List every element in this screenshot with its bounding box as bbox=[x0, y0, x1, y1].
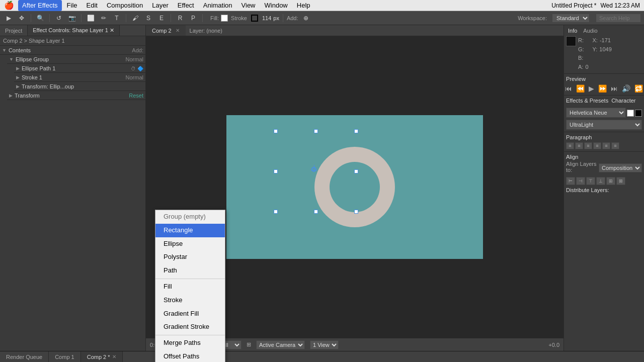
dd-group-empty: Group (empty) bbox=[155, 210, 225, 224]
dropdown-menu: Group (empty) Rectangle Ellipse Polystar… bbox=[155, 210, 225, 362]
dd-fill[interactable]: Fill bbox=[155, 280, 225, 294]
dd-rectangle[interactable]: Rectangle bbox=[155, 224, 225, 237]
dd-stroke[interactable]: Stroke bbox=[155, 294, 225, 307]
dd-sep-1 bbox=[155, 279, 225, 279]
dd-ellipse[interactable]: Ellipse bbox=[155, 237, 225, 251]
dd-offset-paths[interactable]: Offset Paths bbox=[155, 350, 225, 362]
dd-polystar[interactable]: Polystar bbox=[155, 250, 225, 264]
dd-merge-paths[interactable]: Merge Paths bbox=[155, 336, 225, 350]
dd-path[interactable]: Path bbox=[155, 264, 225, 278]
dd-sep-2 bbox=[155, 335, 225, 335]
dropdown-overlay[interactable]: Group (empty) Rectangle Ellipse Polystar… bbox=[0, 0, 644, 362]
dd-gradient-fill[interactable]: Gradient Fill bbox=[155, 307, 225, 321]
dd-gradient-stroke[interactable]: Gradient Stroke bbox=[155, 320, 225, 334]
